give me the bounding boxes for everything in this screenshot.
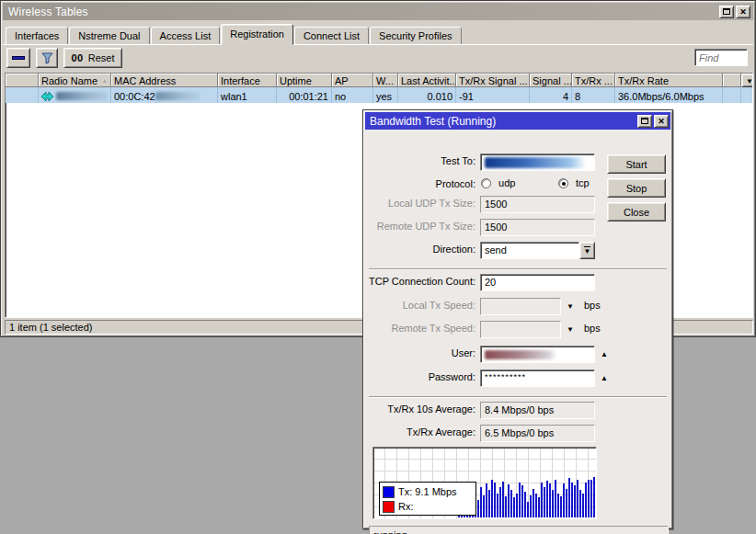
row-cell-2[interactable]: 00:0C:42 xyxy=(111,87,218,103)
row-cell-11[interactable]: 36.0Mbps/6.0Mbps xyxy=(615,87,723,103)
start-button[interactable]: Start xyxy=(607,154,666,174)
tx-bar xyxy=(574,485,576,517)
tx-bar xyxy=(555,480,556,517)
separator xyxy=(369,268,667,270)
direction-dropdown-button[interactable]: ▼ xyxy=(579,242,595,259)
tx-bar xyxy=(590,480,592,517)
close-dialog-button[interactable]: Close xyxy=(607,202,666,222)
tx-bar xyxy=(585,483,587,517)
tx-bar xyxy=(563,483,565,517)
tab-security-profiles[interactable]: Security Profiles xyxy=(370,27,461,45)
close-button[interactable]: ✕ xyxy=(736,6,750,18)
chevron-down-icon[interactable]: ▼ xyxy=(567,298,574,311)
tx-bar xyxy=(508,484,510,517)
reset-label: Reset xyxy=(88,52,115,63)
legend-tx: Tx: 9.1 Mbps xyxy=(383,484,473,499)
column-header-tx-rx[interactable]: Tx/Rx ... xyxy=(572,74,615,87)
tx-bar xyxy=(588,480,590,517)
column-header-interface[interactable]: Interface xyxy=(218,74,277,87)
close-icon: ✕ xyxy=(658,117,665,126)
close-icon: ✕ xyxy=(739,7,747,17)
column-header-w[interactable]: W... xyxy=(373,74,398,87)
chevron-down-icon: ▼ xyxy=(746,77,753,85)
column-select-button[interactable]: ▼ xyxy=(741,74,753,87)
column-header-tx-rx-signal[interactable]: Tx/Rx Signal ... xyxy=(456,74,530,87)
remote-udp-tx-size-input: 1500 xyxy=(480,219,595,236)
chevron-up-icon[interactable]: ▲ xyxy=(601,369,608,382)
row-cell-0[interactable] xyxy=(6,87,39,103)
column-header-signal[interactable]: Signal ... xyxy=(530,74,572,87)
tx-bar xyxy=(571,483,573,517)
column-header-mac-address[interactable]: MAC Address xyxy=(111,74,218,87)
user-input[interactable] xyxy=(480,346,595,363)
table-row[interactable]: 00:0C:42wlan100:01:21noyes0.010-914836.0… xyxy=(6,87,752,103)
window-titlebar[interactable]: Wireless Tables ✕ xyxy=(3,3,753,20)
tx-bar xyxy=(549,483,551,517)
protocol-udp-option[interactable]: udp xyxy=(481,176,515,188)
tx-bars xyxy=(458,447,596,517)
tx-bar xyxy=(510,490,512,517)
remove-button[interactable] xyxy=(6,48,30,68)
maximize-button[interactable] xyxy=(719,6,734,18)
stop-button[interactable]: Stop xyxy=(607,178,666,198)
column-header-tx-rx-rate[interactable]: Tx/Rx Rate xyxy=(615,74,723,87)
row-cell-8[interactable]: -91 xyxy=(456,87,530,103)
tab-connect-list[interactable]: Connect List xyxy=(294,27,369,45)
redacted-radio-name xyxy=(56,92,108,100)
maximize-icon xyxy=(641,118,648,124)
column-header-ap[interactable]: AP xyxy=(332,74,373,87)
tx-bar xyxy=(513,497,515,517)
filter-button[interactable] xyxy=(36,48,58,68)
local-tx-speed-input xyxy=(480,298,561,315)
tx-legend-label: Tx: 9.1 Mbps xyxy=(398,486,457,497)
tab-registration[interactable]: Registration xyxy=(221,24,293,45)
row-cell-12[interactable] xyxy=(723,87,741,103)
tab-access-list[interactable]: Access List xyxy=(151,27,221,45)
column-header-last-activit[interactable]: Last Activit... xyxy=(398,74,456,87)
password-input[interactable]: ********** xyxy=(480,369,595,387)
radio-udp-icon[interactable] xyxy=(481,178,491,188)
test-to-input[interactable] xyxy=(480,153,595,171)
chevron-up-icon[interactable]: ▲ xyxy=(601,346,608,358)
tcp-connection-count-input[interactable]: 20 xyxy=(480,274,595,291)
test-to-label: Test To: xyxy=(365,153,475,166)
tcp-label: tcp xyxy=(576,177,590,188)
tab-interfaces[interactable]: Interfaces xyxy=(6,27,68,45)
tx-bar xyxy=(579,490,581,517)
tx-bar xyxy=(483,495,485,517)
redacted-user-value xyxy=(485,350,556,359)
tab-nstreme-dual[interactable]: Nstreme Dual xyxy=(69,27,149,45)
tx-bar xyxy=(527,502,529,517)
row-cell-1[interactable] xyxy=(39,87,111,103)
row-cell-6[interactable]: yes xyxy=(373,87,398,103)
dialog-close-button[interactable]: ✕ xyxy=(654,115,669,128)
tx-bar xyxy=(538,497,540,517)
tx-bar xyxy=(524,492,526,517)
remote-udp-tx-size-label: Remote UDP Tx Size: xyxy=(365,219,475,232)
radio-tcp-icon[interactable] xyxy=(558,178,568,188)
tx-bar xyxy=(557,494,559,517)
tx-bar xyxy=(499,487,501,517)
column-header-uptime[interactable]: Uptime xyxy=(277,74,332,87)
row-cell-7[interactable]: 0.010 xyxy=(398,87,456,103)
row-cell-5[interactable]: no xyxy=(332,87,373,103)
row-cell-3[interactable]: wlan1 xyxy=(218,87,277,103)
local-udp-tx-size-input: 1500 xyxy=(480,196,595,213)
column-header-blank[interactable] xyxy=(723,74,741,87)
find-input[interactable] xyxy=(694,49,748,66)
dialog-titlebar[interactable]: Bandwidth Test (Running) ✕ xyxy=(365,112,670,130)
legend-rx: Rx: xyxy=(383,499,473,514)
row-cell-10[interactable]: 8 xyxy=(572,87,615,103)
direction-select[interactable]: send xyxy=(480,242,579,259)
row-cell-4[interactable]: 00:01:21 xyxy=(277,87,332,103)
row-cell-9[interactable]: 4 xyxy=(530,87,572,103)
tx-bar xyxy=(488,490,490,517)
column-header-blank[interactable] xyxy=(6,74,39,87)
reset-button[interactable]: 00 Reset xyxy=(63,48,122,68)
local-udp-tx-size-label: Local UDP Tx Size: xyxy=(365,196,475,209)
column-header-radio-name[interactable]: Radio Name▲ xyxy=(39,74,111,87)
chevron-down-icon[interactable]: ▼ xyxy=(567,321,574,334)
dialog-maximize-button[interactable] xyxy=(637,115,652,128)
tx-bar xyxy=(494,483,496,517)
protocol-tcp-option[interactable]: tcp xyxy=(558,176,590,188)
